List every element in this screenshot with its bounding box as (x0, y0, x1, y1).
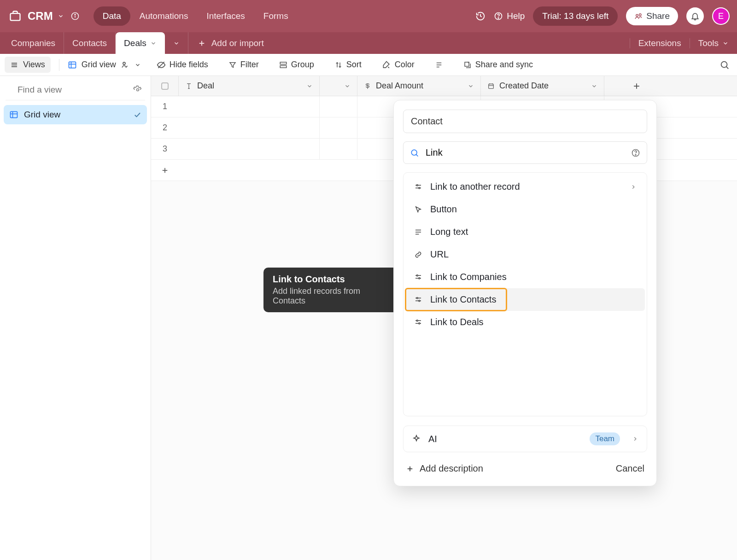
workspace-title[interactable]: CRM (28, 10, 53, 23)
sidebar-view-grid[interactable]: Grid view (4, 105, 147, 124)
grid-icon (9, 110, 18, 119)
gear-icon[interactable] (133, 85, 142, 94)
svg-point-5 (498, 18, 499, 18)
find-view[interactable] (6, 80, 145, 100)
chevron-down-icon[interactable] (591, 83, 597, 89)
people-icon (121, 60, 130, 70)
workspace-caret-icon[interactable] (58, 13, 64, 19)
row-height-button[interactable] (430, 58, 448, 72)
svg-point-24 (721, 61, 727, 67)
top-tabs: Data Automations Interfaces Forms (94, 6, 298, 26)
top-right: Help Trial: 13 days left Share E (475, 6, 730, 26)
svg-point-40 (411, 150, 417, 155)
help-icon[interactable] (631, 148, 640, 158)
add-description-button[interactable]: Add description (406, 463, 483, 474)
svg-point-62 (419, 322, 420, 324)
hide-fields-button[interactable]: Hide fields (152, 57, 213, 72)
add-or-import-button[interactable]: Add or import (188, 32, 273, 54)
separator (59, 59, 59, 71)
column-created-date[interactable]: Created Date (481, 76, 604, 96)
tools-button[interactable]: Tools (690, 38, 737, 48)
svg-point-54 (419, 277, 420, 279)
table-tab-overflow[interactable] (165, 32, 188, 54)
table-tab-contacts[interactable]: Contacts (64, 32, 116, 54)
trial-badge[interactable]: Trial: 13 days left (533, 6, 618, 26)
grid-icon (68, 60, 77, 70)
add-column-button[interactable] (604, 76, 669, 96)
svg-point-7 (639, 14, 642, 16)
chevron-down-icon[interactable] (468, 83, 474, 89)
extensions-button[interactable]: Extensions (630, 38, 690, 48)
field-type-search[interactable] (403, 141, 647, 164)
current-view[interactable]: Grid view (68, 60, 141, 70)
column-deal[interactable]: Deal (179, 76, 320, 96)
top-bar: CRM Data Automations Interfaces Forms He… (0, 0, 737, 32)
table-tabs: Companies Contacts Deals Add or import E… (0, 32, 737, 54)
color-button[interactable]: Color (377, 57, 419, 72)
field-type-list: Link to another record Button Long text … (403, 172, 647, 416)
search-button[interactable] (717, 57, 732, 73)
field-type-link-another-record[interactable]: Link to another record (405, 175, 645, 198)
ai-field-option[interactable]: AI Team (403, 426, 647, 452)
field-name-input[interactable]: Contact (403, 110, 647, 133)
field-type-button[interactable]: Button (405, 198, 645, 221)
view-toolbar: Views Grid view Hide fields Filter Group… (0, 54, 737, 76)
search-icon (410, 148, 419, 158)
column-blank[interactable] (320, 76, 357, 96)
svg-point-3 (75, 14, 76, 15)
field-type-url[interactable]: URL (405, 243, 645, 266)
tooltip-subtitle: Add linked records from Contacts (273, 286, 392, 306)
checkbox-icon[interactable] (161, 82, 169, 90)
sparkle-icon (412, 434, 421, 443)
tooltip: Link to Contacts Add linked records from… (263, 268, 402, 312)
svg-rect-18 (280, 62, 287, 64)
tab-forms[interactable]: Forms (254, 6, 298, 26)
row-number: 1 (151, 96, 179, 117)
table-tab-deals[interactable]: Deals (116, 32, 165, 54)
help-button[interactable]: Help (494, 11, 525, 21)
sliders-icon (414, 318, 423, 327)
find-view-input[interactable] (17, 84, 128, 95)
views-button[interactable]: Views (5, 57, 51, 73)
chevron-down-icon[interactable] (344, 83, 351, 89)
history-icon[interactable] (475, 11, 485, 21)
field-type-link-deals[interactable]: Link to Deals (405, 311, 645, 333)
check-icon (133, 111, 141, 119)
chevron-right-icon (632, 436, 638, 442)
workspace-icon[interactable] (7, 8, 23, 24)
field-type-long-text[interactable]: Long text (405, 221, 645, 243)
svg-point-52 (416, 274, 418, 276)
sort-button[interactable]: Sort (330, 57, 366, 72)
row-number: 3 (151, 139, 179, 159)
table-tab-companies[interactable]: Companies (3, 32, 64, 54)
plus-icon (151, 160, 179, 181)
date-icon (487, 82, 495, 90)
field-type-search-input[interactable] (425, 147, 626, 158)
field-type-link-contacts[interactable]: Link to Contacts (405, 288, 645, 311)
chevron-down-icon[interactable] (306, 83, 313, 89)
field-type-link-companies[interactable]: Link to Companies (405, 266, 645, 288)
cancel-button[interactable]: Cancel (616, 463, 644, 474)
tab-automations[interactable]: Automations (130, 6, 198, 26)
avatar[interactable]: E (712, 7, 730, 25)
svg-point-28 (137, 89, 139, 91)
column-deal-amount[interactable]: Deal Amount (357, 76, 481, 96)
text-field-icon (185, 82, 193, 90)
popup-footer: Add description Cancel (403, 452, 647, 477)
views-sidebar: Grid view (0, 76, 151, 560)
chevron-down-icon[interactable] (150, 40, 157, 47)
share-sync-button[interactable]: Share and sync (459, 57, 538, 72)
sliders-icon (414, 296, 423, 304)
group-button[interactable]: Group (275, 57, 319, 72)
share-button[interactable]: Share (626, 7, 678, 25)
tab-data[interactable]: Data (94, 6, 130, 26)
svg-rect-19 (280, 65, 287, 68)
tab-interfaces[interactable]: Interfaces (197, 6, 254, 26)
chevron-down-icon[interactable] (135, 62, 141, 68)
notifications-button[interactable] (686, 7, 704, 25)
share-label: Share (646, 11, 670, 21)
info-icon[interactable] (70, 12, 80, 21)
select-all-header[interactable] (151, 76, 179, 96)
longtext-icon (414, 228, 423, 236)
filter-button[interactable]: Filter (224, 57, 263, 72)
